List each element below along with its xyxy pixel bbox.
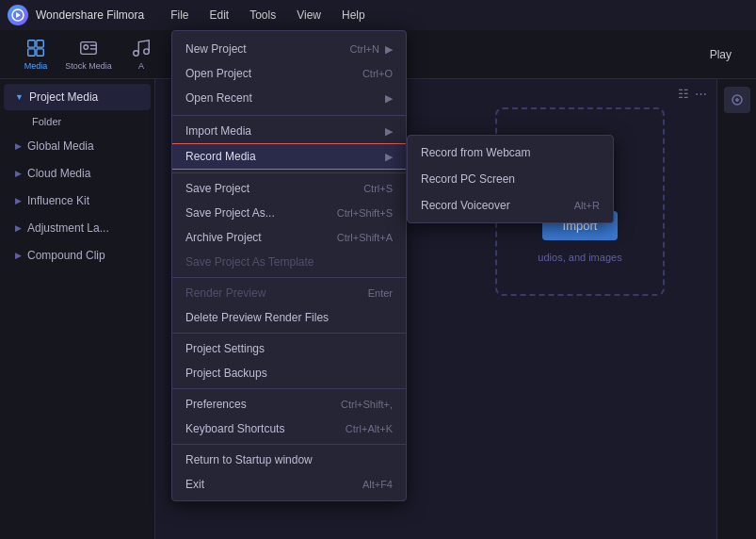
divider-3 — [172, 277, 406, 278]
open-project-shortcut: Ctrl+O — [362, 68, 393, 79]
menu-keyboard-shortcuts[interactable]: Keyboard Shortcuts Ctrl+Alt+K — [172, 416, 406, 441]
submenu-voiceover[interactable]: Record Voiceover Alt+R — [408, 192, 613, 219]
menu-edit[interactable]: Edit — [201, 5, 239, 25]
svg-point-8 — [144, 49, 150, 54]
more-icon[interactable]: ⋯ — [695, 87, 707, 101]
chevron-icon-2: ▶ — [15, 169, 22, 178]
new-project-shortcut: Ctrl+N — [350, 43, 379, 55]
save-project-label: Save Project — [185, 182, 249, 195]
open-recent-label: Open Recent — [185, 91, 252, 105]
import-hint: udios, and images — [538, 252, 621, 263]
divider-4 — [172, 333, 406, 334]
save-project-shortcut: Ctrl+S — [363, 183, 393, 194]
record-submenu[interactable]: Record from Webcam Record PC Screen Reco… — [407, 135, 614, 223]
right-panel-btn-1[interactable] — [724, 87, 750, 113]
menu-project-backups[interactable]: Project Backups — [172, 361, 406, 385]
save-project-as-shortcut: Ctrl+Shift+S — [337, 207, 393, 219]
sidebar-item-project-media[interactable]: ▼ Project Media — [4, 84, 151, 110]
menu-bar: File Edit Tools View Help — [161, 5, 375, 25]
sidebar-label-project-media: Project Media — [29, 90, 98, 104]
menu-view[interactable]: View — [287, 5, 330, 25]
chevron-icon-5: ▶ — [15, 251, 22, 260]
sidebar-item-compound-clip[interactable]: ▶ Compound Clip — [4, 242, 151, 269]
menu-open-recent[interactable]: Open Recent ▶ — [172, 86, 406, 110]
save-template-label: Save Project As Template — [185, 255, 314, 269]
svg-point-7 — [134, 51, 139, 57]
menu-preferences[interactable]: Preferences Ctrl+Shift+, — [172, 392, 406, 416]
import-media-label: Import Media — [185, 124, 251, 138]
svg-rect-1 — [28, 41, 35, 47]
tab-audio[interactable]: A — [117, 34, 166, 75]
archive-project-shortcut: Ctrl+Shift+A — [337, 232, 393, 243]
divider-2 — [172, 172, 406, 173]
menu-tools[interactable]: Tools — [240, 5, 285, 25]
tab-media[interactable]: Media — [11, 34, 60, 75]
sidebar-item-cloud-media[interactable]: ▶ Cloud Media — [4, 160, 151, 187]
preferences-shortcut: Ctrl+Shift+, — [341, 399, 393, 410]
submenu-webcam[interactable]: Record from Webcam — [408, 139, 613, 166]
menu-archive-project[interactable]: Archive Project Ctrl+Shift+A — [172, 225, 406, 250]
svg-rect-2 — [37, 41, 43, 47]
tab-stock-media[interactable]: Stock Media — [64, 34, 113, 75]
menu-return-startup[interactable]: Return to Startup window — [172, 448, 406, 472]
sidebar-item-adjustment-la[interactable]: ▶ Adjustment La... — [4, 215, 151, 241]
project-settings-label: Project Settings — [185, 342, 265, 355]
chevron-icon-3: ▶ — [15, 196, 22, 205]
sidebar-label-adjustment-la: Adjustment La... — [27, 221, 109, 235]
webcam-label: Record from Webcam — [421, 146, 530, 159]
menu-open-project[interactable]: Open Project Ctrl+O — [172, 61, 406, 86]
divider-6 — [172, 444, 406, 445]
record-media-arrow: ▶ — [385, 151, 393, 163]
sidebar-item-global-media[interactable]: ▶ Global Media — [4, 133, 151, 159]
submenu-pc-screen[interactable]: Record PC Screen — [408, 166, 613, 192]
menu-save-project[interactable]: Save Project Ctrl+S — [172, 176, 406, 201]
app-logo — [8, 5, 28, 25]
menu-record-media[interactable]: Record Media ▶ — [172, 143, 406, 170]
sidebar: ▼ Project Media Folder ▶ Global Media ▶ … — [0, 79, 155, 539]
sidebar-item-influence-kit[interactable]: ▶ Influence Kit — [4, 188, 151, 214]
voiceover-shortcut: Alt+R — [574, 200, 600, 211]
pc-screen-label: Record PC Screen — [421, 172, 515, 186]
delete-render-label: Delete Preview Render Files — [185, 311, 329, 324]
sidebar-label-influence-kit: Influence Kit — [27, 194, 89, 207]
chevron-icon: ▶ — [15, 141, 22, 151]
menu-new-project[interactable]: New Project Ctrl+N ▶ — [172, 37, 406, 61]
open-recent-arrow: ▶ — [385, 92, 393, 105]
save-project-as-label: Save Project As... — [185, 206, 275, 220]
sidebar-label-global-media: Global Media — [27, 139, 94, 153]
menu-delete-render[interactable]: Delete Preview Render Files — [172, 305, 406, 330]
menu-import-media[interactable]: Import Media ▶ — [172, 119, 406, 143]
chevron-icon-4: ▶ — [15, 223, 22, 233]
tab-audio-label: A — [138, 61, 144, 71]
file-dropdown-menu[interactable]: New Project Ctrl+N ▶ Open Project Ctrl+O… — [171, 30, 407, 501]
menu-section-new: New Project Ctrl+N ▶ Open Project Ctrl+O… — [172, 35, 406, 112]
play-btn[interactable]: Play — [697, 42, 745, 67]
menu-help[interactable]: Help — [332, 5, 375, 25]
menu-file[interactable]: File — [161, 5, 198, 25]
menu-exit[interactable]: Exit Alt+F4 — [172, 472, 406, 497]
return-startup-label: Return to Startup window — [185, 453, 313, 466]
record-media-label: Record Media — [185, 150, 256, 163]
render-preview-shortcut: Enter — [368, 287, 393, 299]
menu-project-settings[interactable]: Project Settings — [172, 336, 406, 361]
sidebar-label-folder: Folder — [32, 116, 61, 127]
app-name: Wondershare Filmora — [36, 8, 144, 22]
archive-project-label: Archive Project — [185, 231, 262, 244]
titlebar: Wondershare Filmora File Edit Tools View… — [0, 0, 756, 30]
voiceover-label: Record Voiceover — [421, 199, 510, 212]
preferences-label: Preferences — [185, 398, 247, 411]
import-media-arrow: ▶ — [385, 125, 393, 138]
exit-label: Exit — [185, 478, 204, 491]
right-panel — [716, 79, 756, 539]
sidebar-label-cloud-media: Cloud Media — [27, 167, 90, 180]
menu-save-template: Save Project As Template — [172, 250, 406, 274]
exit-shortcut: Alt+F4 — [362, 479, 393, 490]
menu-save-project-as[interactable]: Save Project As... Ctrl+Shift+S — [172, 201, 406, 225]
filter-icon[interactable]: ☷ — [678, 87, 689, 101]
sidebar-item-folder[interactable]: Folder — [23, 111, 151, 132]
project-backups-label: Project Backups — [185, 367, 267, 380]
svg-rect-4 — [37, 49, 43, 56]
render-preview-label: Render Preview — [185, 286, 265, 300]
keyboard-shortcuts-label: Keyboard Shortcuts — [185, 422, 284, 435]
open-project-label: Open Project — [185, 67, 251, 80]
